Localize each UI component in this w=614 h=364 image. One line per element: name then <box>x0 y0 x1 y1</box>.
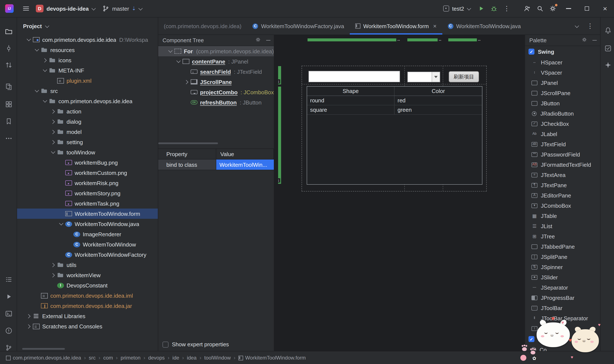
palette-item-jtree[interactable]: ⊞JTree <box>525 231 600 241</box>
resize-handle-icon[interactable]: ↔ <box>477 38 482 42</box>
palette-item-jbutton[interactable]: JButton <box>525 98 600 108</box>
bookmarks-icon[interactable] <box>3 116 14 126</box>
tree-row[interactable]: searchField: JTextField <box>158 66 274 77</box>
tree-row[interactable]: dialog <box>17 117 158 127</box>
tree-row[interactable]: WorkitemToolWindow.java <box>17 219 158 229</box>
palette-item-jprogressbar[interactable]: JProgressBar <box>525 293 600 303</box>
tree-row[interactable]: workItemTask.png <box>17 198 158 208</box>
commit-icon[interactable] <box>3 43 14 53</box>
main-menu-icon[interactable] <box>20 2 32 15</box>
problems-icon[interactable] <box>3 325 14 336</box>
palette-item-jradiobutton[interactable]: JRadioButton <box>525 108 600 118</box>
form-designer-canvas[interactable]: ↔ ↔ ↔ ↕ ↕ 刷新项目 ShapeColorroundredsquareg… <box>274 35 525 351</box>
hidden-tabs-chevron-icon[interactable] <box>575 24 578 28</box>
files-icon[interactable] <box>3 81 14 92</box>
tree-row[interactable]: com.primeton.devops.ide.idea.jar <box>17 301 158 311</box>
palette-item-jscrollpane[interactable]: JScrollPane <box>525 88 600 98</box>
project-icon[interactable] <box>3 26 14 36</box>
table-row[interactable]: squaregreen <box>307 105 482 115</box>
tree-row[interactable]: External Libraries <box>17 311 158 321</box>
worklist-table-component[interactable]: ShapeColorroundredsquaregreen <box>307 86 483 185</box>
ai-assistant-icon[interactable] <box>603 60 613 70</box>
tree-row[interactable]: WorkitemToolWindow <box>17 239 158 249</box>
tree-row[interactable]: WorkitemToolWindow.form <box>17 208 158 219</box>
more-actions-icon[interactable]: ⋮ <box>500 2 513 15</box>
palette-item-jtextarea[interactable]: ≡JTextArea <box>525 170 600 180</box>
tree-row[interactable]: resources <box>17 45 158 55</box>
tree-row[interactable]: JScrollPane <box>158 77 274 87</box>
run-config-selector[interactable]: test2 <box>443 5 470 12</box>
debug-button[interactable] <box>487 2 500 15</box>
palette-item-jpanel[interactable]: JPanel <box>525 78 600 88</box>
tree-row[interactable]: WorkitemToolWindowFactory <box>17 249 158 260</box>
palette-item-jspinner[interactable]: ⇅JSpinner <box>525 262 600 272</box>
resize-handle-icon[interactable]: ↔ <box>438 38 442 42</box>
refresh-button-component[interactable]: 刷新项目 <box>449 71 479 82</box>
table-column-header[interactable]: Color <box>394 87 482 95</box>
editor-tab[interactable]: WorkitemToolWindow.form× <box>350 17 442 35</box>
tree-row[interactable]: DevopsConstant <box>17 280 158 290</box>
palette-item-vspacer[interactable]: ↕VSpacer <box>525 67 600 78</box>
tree-row[interactable]: Scratches and Consoles <box>17 321 158 331</box>
breadcrumb-item[interactable]: devops <box>148 355 165 361</box>
notifications-icon[interactable] <box>603 25 613 35</box>
checks-icon[interactable] <box>603 43 613 53</box>
hide-panel-icon[interactable] <box>266 40 270 41</box>
property-name-cell[interactable]: bind to class <box>158 159 216 170</box>
run-button[interactable] <box>475 2 487 15</box>
palette-item-jseparator[interactable]: —JSeparator <box>525 282 600 293</box>
palette-item-jtextpane[interactable]: ¶JTextPane <box>525 180 600 190</box>
resize-handle-icon[interactable]: ↕ <box>277 79 280 84</box>
checked-checkbox[interactable]: ✓ <box>528 49 535 55</box>
horizontal-scrollbar[interactable] <box>158 143 218 144</box>
resize-handle-icon[interactable]: ↕ <box>277 178 280 182</box>
editor-tab[interactable]: CWorkitemToolWindowFactory.java <box>247 17 350 35</box>
tree-row[interactable]: plugin.xml <box>17 76 158 86</box>
more-icon[interactable] <box>3 133 14 143</box>
property-value-cell[interactable]: WorkitemToolWin... <box>216 159 274 170</box>
table-row[interactable]: roundred <box>307 96 482 105</box>
todo-icon[interactable] <box>3 274 14 285</box>
search-icon[interactable] <box>534 2 546 15</box>
editor-tab[interactable]: (com.primeton.devops.ide.idea) <box>158 17 247 35</box>
tree-row[interactable]: refreshButton: JButton <box>158 97 274 107</box>
pull-requests-icon[interactable] <box>3 60 14 70</box>
run-icon[interactable] <box>3 291 14 301</box>
palette-item-jcombobox[interactable]: ▾JComboBox <box>525 200 600 211</box>
palette-item-jtoolbar[interactable]: ∷JToolBar <box>525 303 600 313</box>
breadcrumb-item[interactable]: idea <box>187 355 196 361</box>
expert-properties-checkbox[interactable] <box>162 341 169 347</box>
tree-row[interactable]: icons <box>17 55 158 65</box>
breadcrumb-item[interactable]: primeton <box>121 355 141 361</box>
tree-row[interactable]: workitemView <box>17 270 158 280</box>
hide-panel-icon[interactable] <box>592 40 597 41</box>
tree-row[interactable]: workitemRisk.png <box>17 178 158 188</box>
tree-row[interactable]: META-INF <box>17 65 158 76</box>
horizontal-scrollbar[interactable] <box>22 348 65 350</box>
resize-handle-icon[interactable]: ↔ <box>396 38 401 42</box>
project-panel-header[interactable]: Project <box>17 17 158 35</box>
tab-options-icon[interactable]: ⋮ <box>587 22 593 30</box>
breadcrumb-item[interactable]: com.primeton.devops.ide.idea <box>6 355 81 361</box>
settings-gear-icon[interactable] <box>546 2 559 15</box>
close-button[interactable]: × <box>596 0 614 17</box>
tree-row[interactable]: Form(com.primeton.devops.ide.idea) <box>158 46 274 56</box>
tree-row[interactable]: action <box>17 106 158 117</box>
palette-item-jeditorpane[interactable]: AJEditorPane <box>525 190 600 200</box>
project-selector[interactable]: D devops-ide-idea <box>32 2 99 15</box>
breadcrumb-item[interactable]: ide <box>172 355 179 361</box>
tree-row[interactable]: ImageRenderer <box>17 229 158 239</box>
palette-item-jlabel[interactable]: AbJLabel <box>525 129 600 139</box>
project-combobox-component[interactable] <box>407 72 440 82</box>
tree-row[interactable]: projectCombo: JComboBox <box>158 87 274 97</box>
palette-item-jtable[interactable]: ▦JTable <box>525 211 600 221</box>
terminal-icon[interactable] <box>3 308 14 319</box>
tree-row[interactable]: com.primeton.devops.ide.idea.iml <box>17 290 158 301</box>
palette-item-jtabbedpane[interactable]: JTabbedPane <box>525 241 600 252</box>
tree-row[interactable]: workItemCustom.png <box>17 168 158 178</box>
tree-row[interactable]: model <box>17 127 158 137</box>
gear-icon[interactable] <box>581 37 587 44</box>
tree-row[interactable]: workItemBug.png <box>17 157 158 168</box>
breadcrumb-item[interactable]: com <box>103 355 113 361</box>
maximize-button[interactable] <box>577 0 596 17</box>
